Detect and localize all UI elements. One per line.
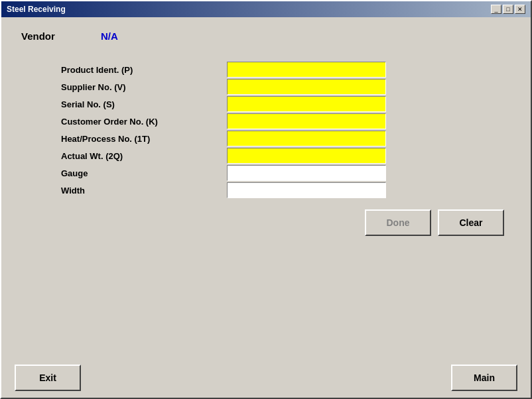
form-row-actual-wt: Actual Wt. (2Q) [61,148,511,164]
label-actual-wt: Actual Wt. (2Q) [61,151,227,161]
input-actual-wt[interactable] [227,148,386,164]
label-gauge: Gauge [61,168,227,178]
action-buttons-row: Done Clear [61,209,511,236]
content-area: Vendor N/A Product Ident. (P) Supplier N… [1,17,531,358]
main-button[interactable]: Main [451,365,517,391]
input-customer-order-no[interactable] [227,113,386,129]
form-row-width: Width [61,182,511,198]
label-customer-order-no: Customer Order No. (K) [61,117,227,127]
label-serial-no: Serial No. (S) [61,99,227,109]
form-row-serial: Serial No. (S) [61,96,511,112]
done-button[interactable]: Done [365,209,431,236]
input-product-ident[interactable] [227,62,386,78]
title-bar-buttons: _ □ ✕ [491,5,525,14]
vendor-label: Vendor [21,30,101,42]
vendor-row: Vendor N/A [21,30,511,42]
main-window: Steel Receiving _ □ ✕ Vendor N/A Product… [0,0,532,399]
input-serial-no[interactable] [227,96,386,112]
form-row-product: Product Ident. (P) [61,62,511,78]
form-section: Product Ident. (P) Supplier No. (V) Seri… [61,62,511,200]
exit-button[interactable]: Exit [15,365,81,391]
form-row-heat: Heat/Process No. (1T) [61,131,511,146]
input-heat-process-no[interactable] [227,131,386,146]
input-supplier-no[interactable] [227,79,386,95]
minimize-button[interactable]: _ [491,5,501,14]
input-gauge[interactable] [227,165,386,181]
label-width: Width [61,186,227,196]
label-heat-process-no: Heat/Process No. (1T) [61,134,227,144]
close-button[interactable]: ✕ [515,5,525,14]
clear-button[interactable]: Clear [438,209,504,236]
form-row-supplier: Supplier No. (V) [61,79,511,95]
window-title: Steel Receiving [7,5,66,14]
bottom-bar: Exit Main [1,358,531,398]
form-row-customer-order: Customer Order No. (K) [61,113,511,129]
label-product-ident: Product Ident. (P) [61,65,227,75]
form-row-gauge: Gauge [61,165,511,181]
vendor-value: N/A [101,30,118,42]
input-width[interactable] [227,182,386,198]
title-bar: Steel Receiving _ □ ✕ [1,1,531,17]
maximize-button[interactable]: □ [503,5,513,14]
label-supplier-no: Supplier No. (V) [61,82,227,92]
